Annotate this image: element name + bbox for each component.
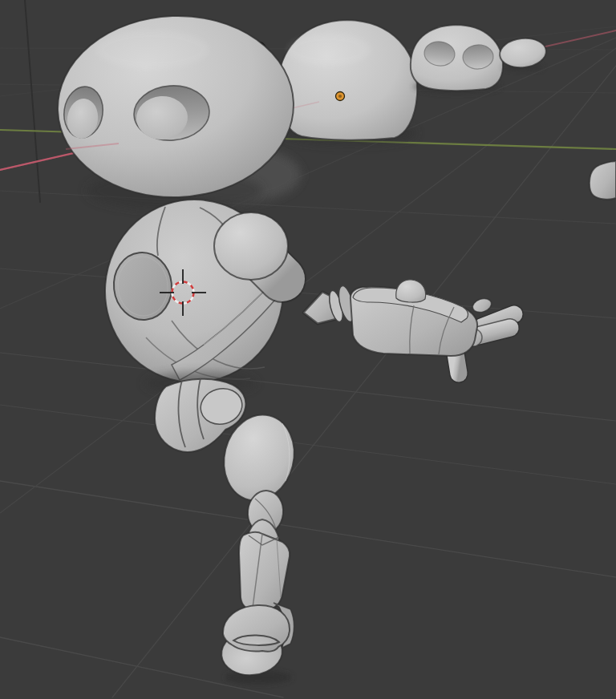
finger-down [456,354,459,374]
object-head-small[interactable] [411,25,503,94]
3d-viewport[interactable] [0,0,616,699]
shoulder-ball[interactable] [214,212,288,280]
object-head-dome[interactable] [278,20,417,145]
head-highlight [96,30,209,69]
finger-middle [478,328,510,336]
origin-dot-center [338,95,342,98]
viewport-canvas[interactable] [0,0,616,699]
dome-highlight [287,34,371,66]
